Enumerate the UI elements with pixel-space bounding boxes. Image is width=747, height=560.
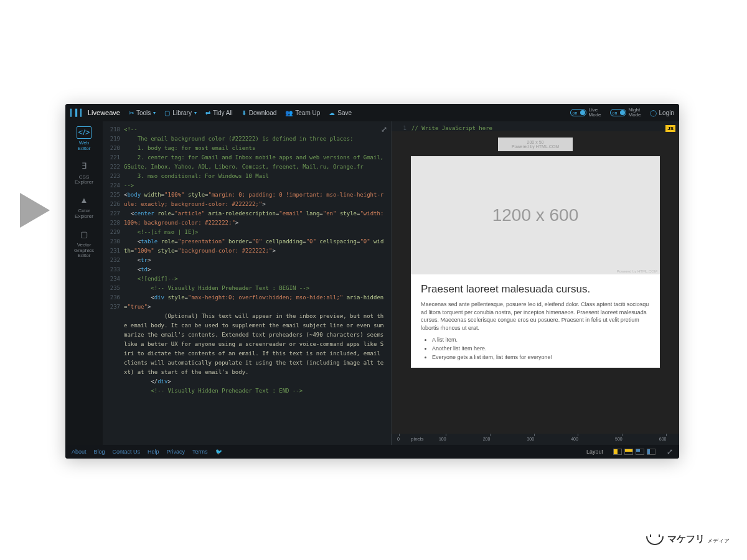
- preview-small-dim: 200 x 50: [527, 140, 544, 144]
- live-mode-toggle[interactable]: on Live Mode: [570, 108, 601, 118]
- preview-small-credit: Powered by HTML.COM: [512, 144, 559, 149]
- pixel-ruler: pixels0100200300400500600: [392, 434, 679, 445]
- ruler-tick-label: 200: [483, 437, 491, 441]
- user-icon: ◯: [650, 110, 657, 116]
- ruler-tick-label: 300: [527, 437, 534, 441]
- library-icon: ▢: [164, 110, 170, 116]
- sidebar-item-3[interactable]: ▢Vector Graphics Editor: [73, 227, 95, 260]
- brand[interactable]: ▎▍▎ Liveweave: [70, 109, 120, 117]
- layout-switcher: [613, 449, 655, 455]
- right-pane: JS 1 // Write JavaScript here 200 x 50 P…: [391, 121, 679, 445]
- ruler-unit: pixels: [411, 436, 423, 442]
- preview-title: Praesent laoreet malesuada cursus.: [421, 283, 650, 296]
- js-editor[interactable]: 1 // Write JavaScript here: [392, 121, 679, 131]
- tidy-button[interactable]: ⇄ Tidy All: [205, 110, 233, 116]
- download-button[interactable]: ⬇ Download: [242, 110, 276, 116]
- tools-menu[interactable]: ✂ Tools ▾: [129, 110, 156, 116]
- download-label: Download: [249, 110, 276, 116]
- teamup-icon: 👥: [285, 110, 293, 116]
- login-label: Login: [659, 110, 674, 116]
- teamup-button[interactable]: 👥 Team Up: [285, 110, 320, 116]
- brand-label: Liveweave: [88, 109, 120, 116]
- play-overlay-icon: [20, 193, 50, 228]
- layout-label: Layout: [586, 449, 603, 455]
- preview-small-placeholder: 200 x 50 Powered by HTML.COM: [498, 138, 573, 151]
- preview-card: 1200 x 600 Powered by HTML.COM Praesent …: [411, 156, 660, 368]
- top-toolbar: ▎▍▎ Liveweave ✂ Tools ▾ ▢ Library ▾ ⇄ Ti…: [65, 104, 679, 121]
- preview-list: A list item.Another list item here.Every…: [421, 337, 650, 360]
- sidebar-icon: ▲: [77, 194, 92, 207]
- sidebar-icon: </>: [77, 126, 92, 139]
- footer-bar: AboutBlogContact UsHelpPrivacyTerms 🐦 La…: [65, 445, 679, 459]
- tools-icon: ✂: [129, 110, 134, 116]
- footer-link[interactable]: Blog: [94, 449, 105, 455]
- watermark: マケフリ メディア: [646, 533, 730, 545]
- sidebar-icon: ▢: [77, 228, 92, 241]
- download-icon: ⬇: [242, 110, 247, 116]
- live-mode-label: Live Mode: [589, 108, 601, 118]
- footer-link[interactable]: About: [72, 449, 87, 455]
- preview-paragraph: Maecenas sed ante pellentesque, posuere …: [421, 301, 650, 332]
- layout-option-3[interactable]: [636, 449, 644, 455]
- save-label: Save: [337, 110, 352, 116]
- code-body[interactable]: <!-- The email background color (#222222…: [124, 121, 391, 445]
- line-gutter: 2182192202212222232242252262272282292302…: [103, 121, 124, 445]
- preview-hero-placeholder: 1200 x 600 Powered by HTML.COM: [411, 156, 660, 274]
- sidebar-item-0[interactable]: </>Web Editor: [75, 125, 93, 153]
- preview-hero-dim: 1200 x 600: [492, 205, 579, 225]
- ruler-tick-label: 100: [439, 437, 446, 441]
- preview-pane: 200 x 50 Powered by HTML.COM 1200 x 600 …: [392, 131, 679, 434]
- ruler-tick-label: 600: [659, 437, 667, 441]
- preview-hero-credit: Powered by HTML.COM: [617, 269, 657, 273]
- brand-icon: ▎▍▎: [70, 109, 85, 117]
- night-mode-toggle[interactable]: on Night Mode: [610, 108, 641, 118]
- library-label: Library: [172, 110, 192, 116]
- tools-label: Tools: [136, 110, 151, 116]
- sidebar-label: Web Editor: [78, 141, 91, 152]
- list-item: Everyone gets a list item, list items fo…: [432, 354, 650, 360]
- watermark-sub: メディア: [707, 537, 730, 545]
- ruler-tick-label: 400: [571, 437, 578, 441]
- ruler-tick-label: 0: [397, 437, 400, 441]
- layout-option-1[interactable]: [613, 449, 622, 455]
- night-mode-label: Night Mode: [629, 108, 641, 118]
- js-placeholder: // Write JavaScript here: [411, 125, 492, 131]
- sidebar-item-1[interactable]: ∃CSS Explorer: [73, 159, 95, 187]
- ruler-tick-label: 500: [615, 437, 622, 441]
- footer-link[interactable]: Help: [148, 449, 159, 455]
- expand-icon[interactable]: ⤢: [381, 125, 387, 134]
- toggle-switch[interactable]: on: [610, 109, 626, 116]
- library-menu[interactable]: ▢ Library ▾: [164, 110, 197, 116]
- layout-option-2[interactable]: [624, 449, 633, 455]
- js-line-no: 1: [395, 125, 406, 131]
- sidebar-label: CSS Explorer: [75, 175, 93, 186]
- smile-icon: [646, 536, 664, 545]
- html-editor-pane[interactable]: ⤢ 21821922022122222322422522622722822923…: [103, 121, 391, 445]
- main-area: </>Web Editor∃CSS Explorer▲Color Explore…: [65, 121, 679, 445]
- sidebar-item-2[interactable]: ▲Color Explorer: [73, 193, 95, 221]
- list-item: Another list item here.: [432, 345, 650, 352]
- footer-links: AboutBlogContact UsHelpPrivacyTerms: [72, 449, 208, 455]
- teamup-label: Team Up: [295, 110, 320, 116]
- cloud-icon: ☁: [329, 110, 335, 116]
- fullscreen-icon[interactable]: ⤢: [667, 447, 673, 456]
- tidy-icon: ⇄: [205, 110, 210, 116]
- sidebar-icon: ∃: [77, 161, 92, 173]
- twitter-icon[interactable]: 🐦: [215, 449, 222, 455]
- sidebar-label: Color Explorer: [75, 208, 93, 220]
- login-button[interactable]: ◯ Login: [650, 110, 674, 116]
- chevron-down-icon: ▾: [194, 110, 197, 116]
- save-button[interactable]: ☁ Save: [329, 110, 352, 116]
- layout-option-4[interactable]: [647, 449, 655, 455]
- footer-link[interactable]: Terms: [192, 449, 208, 455]
- sidebar: </>Web Editor∃CSS Explorer▲Color Explore…: [65, 121, 103, 445]
- sidebar-label: Vector Graphics Editor: [74, 243, 94, 259]
- watermark-text: マケフリ: [667, 533, 705, 545]
- footer-link[interactable]: Privacy: [167, 449, 186, 455]
- js-badge: JS: [665, 125, 675, 132]
- toggle-switch[interactable]: on: [570, 109, 586, 116]
- tidy-label: Tidy All: [213, 110, 233, 116]
- app-window: ▎▍▎ Liveweave ✂ Tools ▾ ▢ Library ▾ ⇄ Ti…: [65, 104, 679, 459]
- chevron-down-icon: ▾: [153, 110, 156, 116]
- footer-link[interactable]: Contact Us: [113, 449, 141, 455]
